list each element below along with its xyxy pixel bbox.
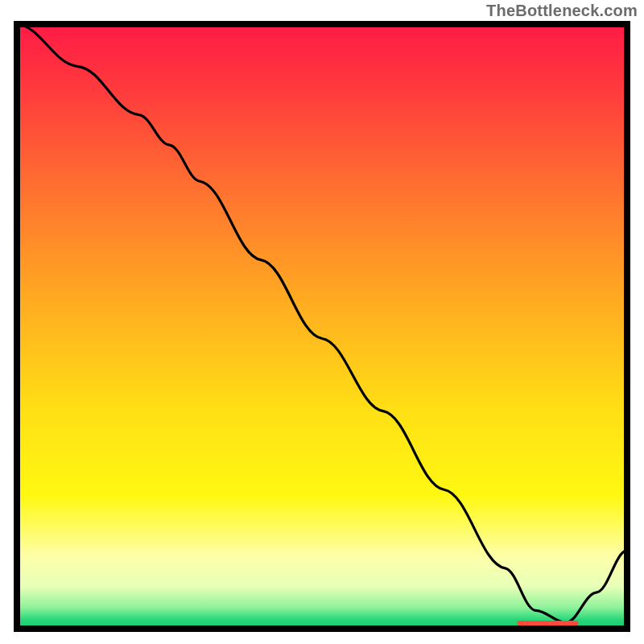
chart-stage: TheBottleneck.com <box>0 0 644 644</box>
gradient-background <box>17 24 627 629</box>
plot-area <box>14 21 630 632</box>
chart-svg <box>14 21 630 632</box>
optimum-marker <box>518 621 579 625</box>
attribution-watermark: TheBottleneck.com <box>486 2 638 20</box>
